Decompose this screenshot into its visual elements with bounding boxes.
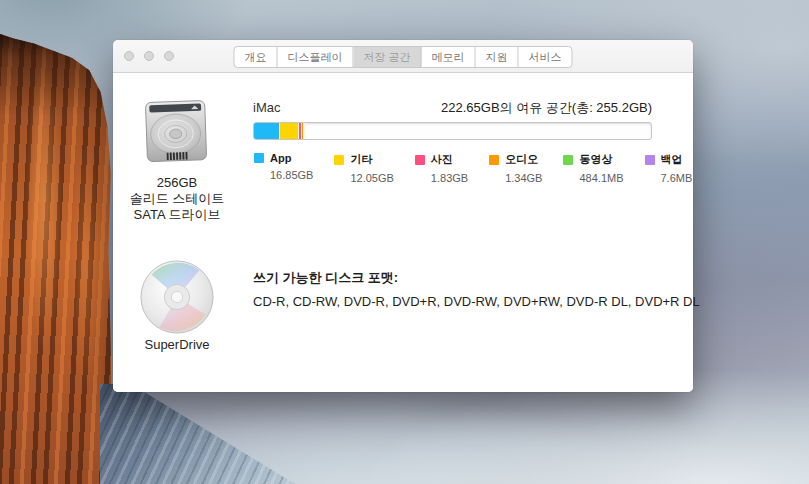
usage-segment [305,123,306,139]
legend-item: 오디오1.34GB [489,152,542,184]
legend-label: 기타 [350,152,372,167]
window-titlebar[interactable]: 개요디스플레이저장 공간메모리지원서비스 [113,40,693,73]
optical-disc-icon [138,258,216,336]
legend-swatch [563,155,573,165]
internal-drive-line: SATA 드라이브 [113,207,241,223]
legend-label: 동영상 [579,152,612,167]
legend-value: 1.34GB [489,172,542,184]
legend-label: 오디오 [505,152,538,167]
legend-swatch [334,155,344,165]
usage-segment [280,123,299,139]
disc-formats-title: 쓰기 가능한 디스크 포맷: [253,269,398,287]
hard-drive-icon [140,95,214,169]
disc-formats-list: CD-R, CD-RW, DVD-R, DVD+R, DVD-RW, DVD+R… [253,294,700,309]
about-this-mac-window: 개요디스플레이저장 공간메모리지원서비스 [113,40,693,392]
device-name: iMac [253,100,280,115]
minimize-button[interactable] [144,51,154,61]
legend-swatch [254,153,264,163]
usage-segment [254,123,280,139]
tab-0[interactable]: 개요 [234,47,277,67]
legend-value: 7.6MB [645,172,693,184]
superdrive-label: SuperDrive [113,337,241,352]
tab-4[interactable]: 지원 [476,47,519,67]
tab-2[interactable]: 저장 공간 [353,47,421,67]
internal-drive-line: 솔리드 스테이트 [113,191,241,207]
tab-3[interactable]: 메모리 [422,47,476,67]
storage-legend: App16.85GB기타12.05GB사진1.83GB오디오1.34GB동영상4… [254,152,692,184]
free-space-text: 222.65GB의 여유 공간(총: 255.2GB) [441,99,652,117]
legend-swatch [645,155,655,165]
legend-item: 사진1.83GB [415,152,468,184]
legend-label: App [270,152,291,164]
legend-swatch [415,155,425,165]
storage-usage-bar [253,122,652,140]
internal-drive-line: 256GB [113,175,241,191]
legend-item: 동영상484.1MB [563,152,623,184]
legend-value: 1.83GB [415,172,468,184]
legend-swatch [489,155,499,165]
tab-bar: 개요디스플레이저장 공간메모리지원서비스 [233,46,572,68]
legend-value: 484.1MB [563,172,623,184]
tab-1[interactable]: 디스플레이 [277,47,353,67]
internal-drive-label: 256GB솔리드 스테이트SATA 드라이브 [113,175,241,223]
legend-label: 사진 [431,152,453,167]
legend-item: 기타12.05GB [334,152,393,184]
legend-item: App16.85GB [254,152,313,184]
legend-value: 16.85GB [254,169,313,181]
legend-item: 백업7.6MB [645,152,693,184]
tab-5[interactable]: 서비스 [519,47,572,67]
legend-value: 12.05GB [334,172,393,184]
zoom-button[interactable] [164,51,174,61]
close-button[interactable] [124,51,134,61]
legend-label: 백업 [661,152,683,167]
storage-panel: 256GB솔리드 스테이트SATA 드라이브 [113,74,693,392]
